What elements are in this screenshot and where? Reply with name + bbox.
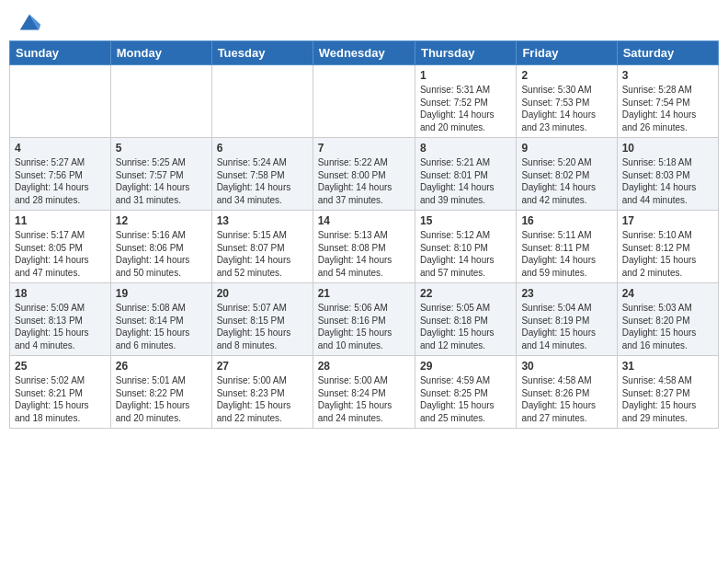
logo-icon xyxy=(17,9,42,35)
calendar-cell: 2Sunrise: 5:30 AM Sunset: 7:53 PM Daylig… xyxy=(517,65,617,138)
calendar-cell: 31Sunrise: 4:58 AM Sunset: 8:27 PM Dayli… xyxy=(617,356,718,429)
day-header-wednesday: Wednesday xyxy=(313,41,415,65)
calendar-cell: 30Sunrise: 4:58 AM Sunset: 8:26 PM Dayli… xyxy=(517,356,617,429)
cell-content: Sunrise: 5:15 AM Sunset: 8:07 PM Dayligh… xyxy=(217,229,308,279)
calendar-cell xyxy=(110,65,211,138)
calendar-cell: 4Sunrise: 5:27 AM Sunset: 7:56 PM Daylig… xyxy=(10,138,111,211)
cell-content: Sunrise: 5:17 AM Sunset: 8:05 PM Dayligh… xyxy=(15,229,106,279)
day-number: 1 xyxy=(420,69,511,82)
day-number: 13 xyxy=(217,214,308,227)
day-header-thursday: Thursday xyxy=(415,41,516,65)
day-number: 28 xyxy=(318,360,410,373)
cell-content: Sunrise: 5:18 AM Sunset: 8:03 PM Dayligh… xyxy=(622,156,713,206)
day-number: 6 xyxy=(217,142,308,155)
calendar-week-1: 1Sunrise: 5:31 AM Sunset: 7:52 PM Daylig… xyxy=(10,65,719,138)
calendar-cell: 26Sunrise: 5:01 AM Sunset: 8:22 PM Dayli… xyxy=(110,356,211,429)
cell-content: Sunrise: 5:20 AM Sunset: 8:02 PM Dayligh… xyxy=(521,156,611,206)
calendar-cell: 1Sunrise: 5:31 AM Sunset: 7:52 PM Daylig… xyxy=(415,65,516,138)
day-number: 26 xyxy=(116,360,207,373)
cell-content: Sunrise: 4:59 AM Sunset: 8:25 PM Dayligh… xyxy=(420,374,511,424)
day-number: 4 xyxy=(15,142,106,155)
day-number: 18 xyxy=(15,287,106,300)
day-number: 27 xyxy=(217,360,308,373)
cell-content: Sunrise: 5:25 AM Sunset: 7:57 PM Dayligh… xyxy=(116,156,207,206)
calendar-cell: 11Sunrise: 5:17 AM Sunset: 8:05 PM Dayli… xyxy=(10,211,111,283)
day-number: 12 xyxy=(116,214,207,227)
day-header-monday: Monday xyxy=(110,41,211,65)
day-number: 21 xyxy=(318,287,410,300)
day-number: 5 xyxy=(116,142,207,155)
calendar-week-2: 4Sunrise: 5:27 AM Sunset: 7:56 PM Daylig… xyxy=(10,138,719,211)
cell-content: Sunrise: 5:04 AM Sunset: 8:19 PM Dayligh… xyxy=(521,302,611,351)
page-header xyxy=(9,9,719,35)
day-header-saturday: Saturday xyxy=(617,41,718,65)
day-number: 16 xyxy=(521,214,611,227)
calendar-cell: 5Sunrise: 5:25 AM Sunset: 7:57 PM Daylig… xyxy=(110,138,211,211)
cell-content: Sunrise: 5:16 AM Sunset: 8:06 PM Dayligh… xyxy=(116,229,207,279)
day-header-tuesday: Tuesday xyxy=(211,41,313,65)
cell-content: Sunrise: 5:27 AM Sunset: 7:56 PM Dayligh… xyxy=(15,156,106,206)
day-number: 14 xyxy=(318,214,410,227)
calendar-cell: 20Sunrise: 5:07 AM Sunset: 8:15 PM Dayli… xyxy=(211,283,313,356)
cell-content: Sunrise: 5:22 AM Sunset: 8:00 PM Dayligh… xyxy=(318,156,410,206)
day-number: 10 xyxy=(622,142,713,155)
cell-content: Sunrise: 4:58 AM Sunset: 8:26 PM Dayligh… xyxy=(521,374,611,424)
cell-content: Sunrise: 5:28 AM Sunset: 7:54 PM Dayligh… xyxy=(622,84,713,133)
day-number: 29 xyxy=(420,360,511,373)
day-number: 8 xyxy=(420,142,511,155)
cell-content: Sunrise: 5:13 AM Sunset: 8:08 PM Dayligh… xyxy=(318,229,410,279)
day-number: 31 xyxy=(622,360,713,373)
day-number: 30 xyxy=(521,360,611,373)
day-number: 15 xyxy=(420,214,511,227)
calendar-week-3: 11Sunrise: 5:17 AM Sunset: 8:05 PM Dayli… xyxy=(10,211,719,283)
day-number: 11 xyxy=(15,214,106,227)
cell-content: Sunrise: 5:24 AM Sunset: 7:58 PM Dayligh… xyxy=(217,156,308,206)
calendar-cell: 21Sunrise: 5:06 AM Sunset: 8:16 PM Dayli… xyxy=(313,283,415,356)
cell-content: Sunrise: 5:30 AM Sunset: 7:53 PM Dayligh… xyxy=(521,84,611,133)
cell-content: Sunrise: 5:00 AM Sunset: 8:23 PM Dayligh… xyxy=(217,374,308,424)
calendar-table: SundayMondayTuesdayWednesdayThursdayFrid… xyxy=(9,40,719,429)
cell-content: Sunrise: 5:01 AM Sunset: 8:22 PM Dayligh… xyxy=(116,374,207,424)
calendar-cell xyxy=(211,65,313,138)
cell-content: Sunrise: 5:07 AM Sunset: 8:15 PM Dayligh… xyxy=(217,302,308,351)
calendar-cell xyxy=(313,65,415,138)
calendar-cell: 6Sunrise: 5:24 AM Sunset: 7:58 PM Daylig… xyxy=(211,138,313,211)
calendar-cell: 9Sunrise: 5:20 AM Sunset: 8:02 PM Daylig… xyxy=(517,138,617,211)
calendar-cell: 16Sunrise: 5:11 AM Sunset: 8:11 PM Dayli… xyxy=(517,211,617,283)
day-number: 23 xyxy=(521,287,611,300)
calendar-cell: 27Sunrise: 5:00 AM Sunset: 8:23 PM Dayli… xyxy=(211,356,313,429)
day-number: 2 xyxy=(521,69,611,82)
calendar-cell: 29Sunrise: 4:59 AM Sunset: 8:25 PM Dayli… xyxy=(415,356,516,429)
calendar-cell: 18Sunrise: 5:09 AM Sunset: 8:13 PM Dayli… xyxy=(10,283,111,356)
calendar-cell: 14Sunrise: 5:13 AM Sunset: 8:08 PM Dayli… xyxy=(313,211,415,283)
cell-content: Sunrise: 5:05 AM Sunset: 8:18 PM Dayligh… xyxy=(420,302,511,351)
day-number: 9 xyxy=(521,142,611,155)
logo xyxy=(13,9,42,35)
calendar-cell: 22Sunrise: 5:05 AM Sunset: 8:18 PM Dayli… xyxy=(415,283,516,356)
calendar-cell: 3Sunrise: 5:28 AM Sunset: 7:54 PM Daylig… xyxy=(617,65,718,138)
day-number: 20 xyxy=(217,287,308,300)
day-header-friday: Friday xyxy=(517,41,617,65)
cell-content: Sunrise: 4:58 AM Sunset: 8:27 PM Dayligh… xyxy=(622,374,713,424)
day-number: 7 xyxy=(318,142,410,155)
calendar-cell: 15Sunrise: 5:12 AM Sunset: 8:10 PM Dayli… xyxy=(415,211,516,283)
calendar-header-row: SundayMondayTuesdayWednesdayThursdayFrid… xyxy=(10,41,719,65)
day-number: 24 xyxy=(622,287,713,300)
cell-content: Sunrise: 5:11 AM Sunset: 8:11 PM Dayligh… xyxy=(521,229,611,279)
cell-content: Sunrise: 5:06 AM Sunset: 8:16 PM Dayligh… xyxy=(318,302,410,351)
cell-content: Sunrise: 5:31 AM Sunset: 7:52 PM Dayligh… xyxy=(420,84,511,133)
calendar-cell: 13Sunrise: 5:15 AM Sunset: 8:07 PM Dayli… xyxy=(211,211,313,283)
calendar-cell: 23Sunrise: 5:04 AM Sunset: 8:19 PM Dayli… xyxy=(517,283,617,356)
calendar-cell: 19Sunrise: 5:08 AM Sunset: 8:14 PM Dayli… xyxy=(110,283,211,356)
cell-content: Sunrise: 5:12 AM Sunset: 8:10 PM Dayligh… xyxy=(420,229,511,279)
cell-content: Sunrise: 5:08 AM Sunset: 8:14 PM Dayligh… xyxy=(116,302,207,351)
calendar-cell: 10Sunrise: 5:18 AM Sunset: 8:03 PM Dayli… xyxy=(617,138,718,211)
cell-content: Sunrise: 5:21 AM Sunset: 8:01 PM Dayligh… xyxy=(420,156,511,206)
calendar-cell: 17Sunrise: 5:10 AM Sunset: 8:12 PM Dayli… xyxy=(617,211,718,283)
day-number: 19 xyxy=(116,287,207,300)
cell-content: Sunrise: 5:00 AM Sunset: 8:24 PM Dayligh… xyxy=(318,374,410,424)
day-number: 22 xyxy=(420,287,511,300)
calendar-cell: 28Sunrise: 5:00 AM Sunset: 8:24 PM Dayli… xyxy=(313,356,415,429)
day-header-sunday: Sunday xyxy=(10,41,111,65)
day-number: 25 xyxy=(15,360,106,373)
